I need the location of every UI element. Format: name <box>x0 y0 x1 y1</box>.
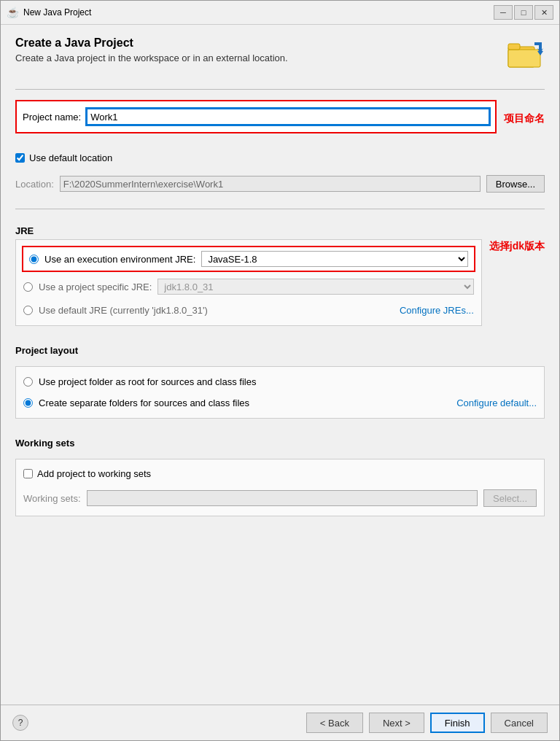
next-button[interactable]: Next > <box>369 713 424 733</box>
jre-section: Use an execution environment JRE: JavaSE… <box>15 239 482 326</box>
window-icon: ☕ <box>7 7 19 18</box>
svg-rect-1 <box>508 50 540 67</box>
cancel-button[interactable]: Cancel <box>491 713 548 733</box>
folder-icon <box>507 36 545 74</box>
jre-option1-row: Use an execution environment JRE: JavaSE… <box>22 246 475 272</box>
jre-option2-row: Use a project specific JRE: jdk1.8.0_31 <box>23 275 474 298</box>
location-label: Location: <box>15 179 54 190</box>
working-sets-section: Add project to working sets Working sets… <box>15 459 545 516</box>
page-header: Create a Java Project Create a Java proj… <box>15 36 545 74</box>
jre-option1-radio[interactable] <box>29 255 39 264</box>
dialog-footer: ? < Back Next > Finish Cancel <box>1 705 559 740</box>
project-name-input[interactable] <box>87 109 489 125</box>
location-row: Location: Browse... <box>15 174 545 198</box>
working-sets-checkbox[interactable] <box>23 469 33 478</box>
svg-rect-4 <box>539 42 542 53</box>
jre-option3-radio[interactable] <box>23 306 33 315</box>
jre-option2-radio[interactable] <box>23 282 33 292</box>
page-icon <box>507 36 545 74</box>
browse-button[interactable]: Browse... <box>486 175 545 193</box>
jre-option2-label[interactable]: Use a project specific JRE: <box>39 282 152 292</box>
minimize-button[interactable]: ─ <box>494 5 513 20</box>
finish-button[interactable]: Finish <box>430 713 485 733</box>
window-controls: ─ □ ✕ <box>494 5 553 20</box>
project-layout-section: Use project folder as root for sources a… <box>15 366 545 419</box>
page-subtitle: Create a Java project in the workspace o… <box>15 53 288 63</box>
jre-area: JRE Use an execution environment JRE: Ja… <box>15 220 545 332</box>
svg-rect-2 <box>508 44 520 50</box>
header-divider <box>15 89 545 90</box>
working-sets-checkbox-row: Add project to working sets <box>23 465 537 482</box>
jre-option2-select: jdk1.8.0_31 <box>158 279 473 295</box>
close-button[interactable]: ✕ <box>534 5 553 20</box>
dialog-content: Create a Java Project Create a Java proj… <box>1 25 559 705</box>
working-sets-input <box>87 490 478 506</box>
layout-option1-radio[interactable] <box>23 377 33 387</box>
default-location-label[interactable]: Use default location <box>29 152 112 163</box>
configure-jres-link[interactable]: Configure JREs... <box>400 305 474 316</box>
dialog-window: ☕ New Java Project ─ □ ✕ Create a Java P… <box>0 0 560 741</box>
select-button: Select... <box>483 489 537 507</box>
working-sets-checkbox-label[interactable]: Add project to working sets <box>37 468 151 479</box>
page-title: Create a Java Project <box>15 36 288 50</box>
project-name-annotation: 项目命名 <box>504 112 545 125</box>
layout-option2-row: Create separate folders for sources and … <box>23 394 537 412</box>
jre-option3-label[interactable]: Use default JRE (currently 'jdk1.8.0_31'… <box>39 305 208 316</box>
layout-option1-label[interactable]: Use project folder as root for sources a… <box>39 376 256 387</box>
jdk-annotation: 选择jdk版本 <box>489 220 545 253</box>
help-button[interactable]: ? <box>12 715 28 731</box>
jre-option1-label[interactable]: Use an execution environment JRE: <box>44 254 195 265</box>
project-layout-label: Project layout <box>15 339 545 359</box>
default-location-checkbox[interactable] <box>15 153 25 163</box>
title-bar: ☕ New Java Project ─ □ ✕ <box>1 1 559 25</box>
layout-option2-label[interactable]: Create separate folders for sources and … <box>39 397 249 408</box>
project-name-label: Project name: <box>23 112 81 123</box>
jre-option3-row: Use default JRE (currently 'jdk1.8.0_31'… <box>23 301 474 319</box>
window-title: New Java Project <box>23 7 489 18</box>
jre-option1-select[interactable]: JavaSE-1.8 <box>201 251 467 267</box>
working-sets-label: Working sets: <box>23 493 81 504</box>
back-button[interactable]: < Back <box>306 713 363 733</box>
location-input[interactable] <box>60 176 481 192</box>
default-location-row: Use default location <box>15 150 545 166</box>
layout-option1-row: Use project folder as root for sources a… <box>23 373 537 391</box>
layout-option2-radio[interactable] <box>23 398 33 408</box>
maximize-button[interactable]: □ <box>514 5 533 20</box>
working-sets-section-label: Working sets <box>15 432 545 451</box>
content-spacer <box>15 529 545 693</box>
configure-default-link[interactable]: Configure default... <box>456 397 537 408</box>
project-name-area: Project name: 项目命名 <box>15 100 545 138</box>
project-name-row: Project name: <box>15 100 497 133</box>
working-sets-input-row: Working sets: Select... <box>23 486 537 510</box>
jre-section-label: JRE <box>15 220 482 239</box>
jre-divider <box>15 209 545 209</box>
